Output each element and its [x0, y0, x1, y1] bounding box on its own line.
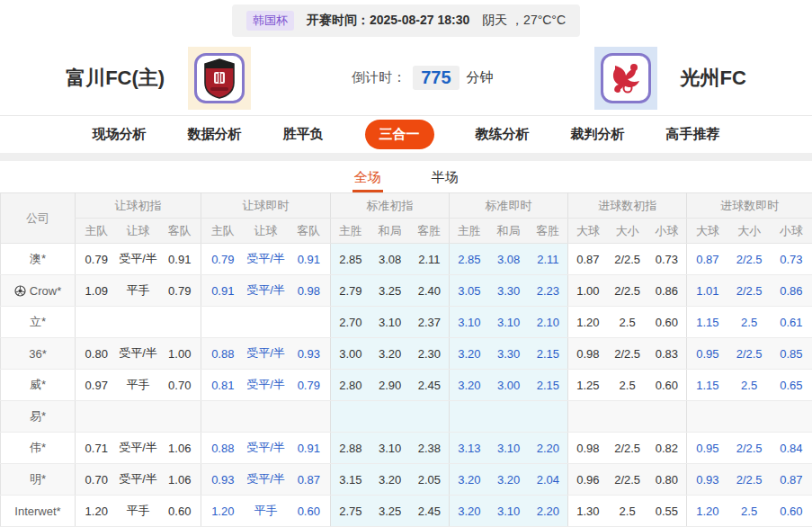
odds-cell-initial: 2.38 — [410, 433, 450, 464]
company-cell[interactable]: 明* — [1, 464, 76, 496]
company-cell[interactable]: 立* — [1, 307, 76, 338]
odds-cell-live[interactable]: 0.91 — [201, 275, 245, 307]
odds-cell-live[interactable]: 受平/半 — [245, 433, 288, 464]
table-row: 36*0.80受平/半1.000.88受平/半0.933.003.202.303… — [1, 338, 812, 370]
odds-cell-initial: 2.45 — [410, 496, 450, 527]
odds-cell-live[interactable]: 2.5 — [728, 370, 771, 401]
odds-cell-live[interactable]: 0.73 — [771, 244, 812, 275]
odds-cell-live[interactable]: 0.93 — [288, 338, 331, 370]
odds-cell-live[interactable]: 2/2.5 — [728, 244, 771, 275]
odds-cell-live[interactable]: 受平/半 — [245, 275, 288, 307]
odds-cell-initial — [608, 401, 647, 433]
odds-cell-live[interactable]: 1.15 — [687, 370, 728, 401]
odds-cell-initial: 0.80 — [647, 464, 687, 496]
odds-cell-live[interactable]: 0.88 — [201, 338, 245, 370]
odds-cell-live[interactable]: 0.60 — [288, 496, 331, 527]
col-header-sub: 大小 — [608, 219, 647, 244]
odds-cell-live[interactable]: 0.91 — [288, 244, 331, 275]
odds-cell-live[interactable]: 受平/半 — [245, 464, 288, 496]
odds-cell-live[interactable]: 1.15 — [687, 307, 728, 338]
odds-cell-live[interactable]: 2.23 — [529, 275, 568, 307]
odds-cell-live[interactable]: 2.15 — [529, 370, 568, 401]
odds-cell-live[interactable]: 0.93 — [201, 464, 245, 496]
odds-cell-live[interactable]: 2.04 — [529, 464, 568, 496]
odds-table-body: 澳*0.79受平/半0.910.79受平/半0.912.853.082.112.… — [1, 244, 812, 527]
odds-cell-live[interactable]: 2.5 — [728, 496, 771, 527]
odds-cell-live[interactable]: 3.20 — [450, 496, 489, 527]
odds-cell-live[interactable]: 受平/半 — [245, 370, 288, 401]
odds-cell-live[interactable]: 3.10 — [489, 433, 529, 464]
odds-cell-live[interactable]: 2/2.5 — [728, 464, 771, 496]
odds-cell-live[interactable]: 0.87 — [288, 464, 331, 496]
odds-cell-live[interactable]: 0.86 — [771, 275, 812, 307]
odds-cell-live[interactable]: 3.08 — [489, 244, 529, 275]
company-cell[interactable]: 威* — [1, 370, 76, 401]
odds-cell-live[interactable]: 3.20 — [450, 464, 489, 496]
nav-tab[interactable]: 高手推荐 — [666, 126, 720, 143]
nav-tab[interactable]: 三合一 — [365, 120, 434, 149]
odds-cell-live[interactable]: 0.81 — [201, 370, 245, 401]
odds-cell-live[interactable]: 2/2.5 — [728, 433, 771, 464]
odds-cell-live[interactable]: 3.10 — [489, 496, 529, 527]
odds-cell-live[interactable]: 0.61 — [771, 307, 812, 338]
odds-cell-live[interactable]: 2.5 — [728, 307, 771, 338]
odds-cell-live[interactable]: 1.20 — [687, 496, 728, 527]
company-cell[interactable]: 澳* — [1, 244, 76, 275]
odds-cell-initial: 1.30 — [568, 496, 608, 527]
odds-cell-live[interactable]: 3.10 — [450, 307, 489, 338]
odds-cell-live[interactable]: 2/2.5 — [728, 338, 771, 370]
bucheon-fc-crest-icon — [194, 53, 245, 103]
nav-tab[interactable]: 教练分析 — [476, 126, 530, 143]
odds-cell-live[interactable]: 1.01 — [687, 275, 728, 307]
odds-cell-initial — [76, 401, 118, 433]
odds-cell-live[interactable]: 0.91 — [288, 433, 331, 464]
company-cell[interactable]: 36* — [1, 338, 76, 370]
odds-cell-live[interactable]: 0.95 — [687, 338, 728, 370]
odds-cell-live[interactable]: 0.95 — [687, 433, 728, 464]
odds-cell-initial: 0.60 — [647, 370, 687, 401]
odds-cell-live[interactable]: 2.85 — [450, 244, 489, 275]
odds-cell-live[interactable]: 0.85 — [771, 338, 812, 370]
odds-cell-live[interactable]: 2.15 — [529, 338, 568, 370]
period-subtab[interactable]: 全场 — [352, 169, 383, 192]
odds-cell-live[interactable]: 0.87 — [687, 244, 728, 275]
odds-cell-live[interactable]: 0.65 — [771, 370, 812, 401]
nav-tab[interactable]: 数据分析 — [188, 126, 242, 143]
odds-cell-live[interactable]: 0.98 — [288, 275, 331, 307]
period-subtab[interactable]: 半场 — [430, 169, 460, 192]
company-cell[interactable]: 伟* — [1, 433, 76, 464]
odds-cell-live[interactable]: 0.87 — [771, 464, 812, 496]
odds-cell-live[interactable]: 0.84 — [771, 433, 812, 464]
odds-cell-live[interactable]: 3.10 — [489, 307, 529, 338]
nav-tab[interactable]: 现场分析 — [93, 126, 147, 143]
company-cell[interactable]: Crow* — [1, 275, 76, 307]
odds-cell-live[interactable]: 2.11 — [529, 244, 568, 275]
odds-cell-live[interactable]: 0.93 — [687, 464, 728, 496]
odds-cell-initial: 2/2.5 — [608, 338, 647, 370]
odds-cell-live[interactable]: 受平/半 — [245, 338, 288, 370]
odds-cell-live — [201, 401, 245, 433]
odds-cell-live[interactable]: 3.20 — [450, 338, 489, 370]
odds-cell-live[interactable]: 3.05 — [450, 275, 489, 307]
odds-cell-live[interactable]: 0.60 — [771, 496, 812, 527]
odds-cell-live[interactable]: 1.20 — [201, 496, 245, 527]
odds-cell-live[interactable]: 2/2.5 — [728, 275, 771, 307]
odds-cell-live[interactable]: 0.88 — [201, 433, 245, 464]
nav-tab[interactable]: 胜平负 — [283, 126, 324, 143]
odds-cell-live[interactable]: 2.20 — [529, 433, 568, 464]
nav-tab[interactable]: 裁判分析 — [571, 126, 625, 143]
odds-cell-live[interactable]: 2.20 — [529, 496, 568, 527]
odds-cell-live[interactable]: 3.30 — [489, 275, 529, 307]
company-cell[interactable]: 易* — [1, 401, 76, 433]
odds-cell-live[interactable]: 2.10 — [529, 307, 568, 338]
odds-cell-live[interactable]: 3.20 — [450, 370, 489, 401]
odds-cell-live[interactable]: 3.13 — [450, 433, 489, 464]
odds-cell-live[interactable]: 平手 — [245, 496, 288, 527]
odds-cell-live[interactable]: 0.79 — [288, 370, 331, 401]
odds-cell-live[interactable]: 3.00 — [489, 370, 529, 401]
odds-cell-live[interactable]: 受平/半 — [245, 244, 288, 275]
odds-cell-live[interactable]: 3.30 — [489, 338, 529, 370]
odds-cell-live[interactable]: 0.79 — [201, 244, 245, 275]
odds-cell-live[interactable]: 3.20 — [489, 464, 529, 496]
company-cell[interactable]: Interwet* — [1, 496, 76, 527]
